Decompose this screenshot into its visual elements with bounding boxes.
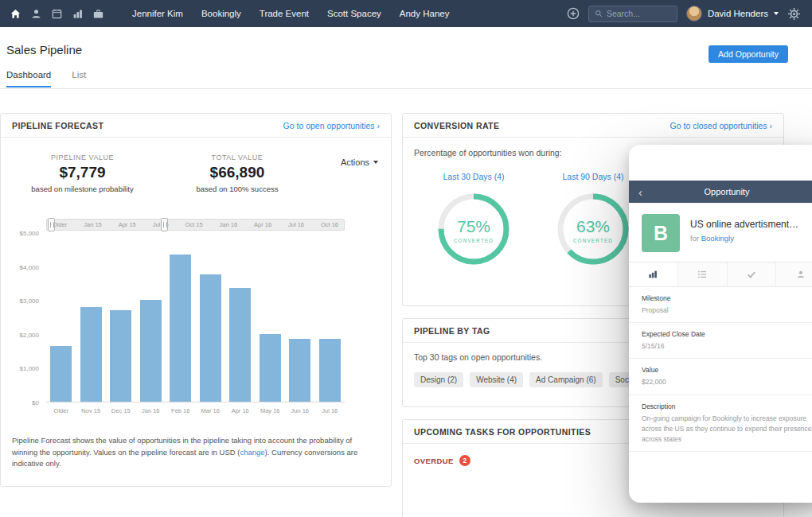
tab-dashboard[interactable]: Dashboard bbox=[6, 70, 51, 87]
check-icon bbox=[747, 270, 756, 279]
field-expected-close-date: Expected Close Date5/15/16 bbox=[629, 323, 812, 359]
navbar-item[interactable]: Bookingly bbox=[201, 9, 241, 18]
pipeline-forecast-card: PIPELINE FORECAST Go to open opportuniti… bbox=[0, 113, 392, 487]
total-value-block: TOTAL VALUE $66,890 based on 100% succes… bbox=[167, 154, 306, 193]
donut-percent: 75% bbox=[457, 217, 490, 235]
conversion-title: CONVERSION RATE bbox=[414, 121, 499, 130]
user-name: David Henders bbox=[708, 9, 768, 18]
x-axis-label: Nov 15 bbox=[76, 407, 107, 414]
chart-bar bbox=[289, 339, 310, 402]
x-axis-label: Jun 16 bbox=[285, 407, 315, 414]
navbar-item[interactable]: Trade Event bbox=[260, 9, 309, 18]
field-description: DescriptionOn-going campaign for Booking… bbox=[629, 395, 812, 453]
chart-x-axis: OlderNov 15Dec 15Jan 16Feb 16Mar 16Apr 1… bbox=[46, 407, 345, 414]
last-90-days-link[interactable]: Last 90 Days (4) bbox=[562, 172, 623, 181]
opportunity-profile: B US online advertisment… for Bookingly bbox=[629, 203, 812, 262]
slider-tick-label: Jan 15 bbox=[84, 221, 102, 228]
field-label: Value bbox=[642, 366, 812, 374]
chart-bar bbox=[200, 274, 221, 402]
tag-chip[interactable]: Design (2) bbox=[414, 372, 463, 387]
opportunity-fields: MilestoneProposalExpected Close Date5/15… bbox=[629, 287, 812, 452]
total-value-amount: $66,890 bbox=[167, 164, 306, 181]
y-axis-label: $1,000 bbox=[20, 365, 39, 372]
calendar-icon[interactable] bbox=[46, 0, 67, 27]
navbar-item[interactable]: Scott Spacey bbox=[327, 9, 381, 18]
field-value: On-going campaign for Bookingly to incre… bbox=[642, 414, 812, 445]
quick-add-icon[interactable] bbox=[567, 7, 580, 20]
person-icon bbox=[796, 270, 806, 279]
change-currency-link[interactable]: change bbox=[240, 448, 264, 457]
chart-y-axis: $0$1,000$2,000$3,000$4,000$5,000 bbox=[1, 233, 39, 402]
navbar-items: Jennifer KimBookinglyTrade EventScott Sp… bbox=[132, 9, 449, 18]
forecast-footnote: Pipeline Forecast shows the value of opp… bbox=[12, 435, 378, 470]
forecast-title: PIPELINE FORECAST bbox=[12, 121, 103, 130]
field-value: $22,000 bbox=[642, 377, 812, 387]
opportunity-avatar: B bbox=[642, 214, 680, 252]
panel-header: ‹ Opportunity bbox=[629, 181, 812, 203]
tab-details[interactable] bbox=[677, 262, 727, 286]
x-axis-label: Jan 16 bbox=[136, 407, 166, 414]
field-label: Milestone bbox=[642, 294, 812, 302]
x-axis-label: May 16 bbox=[256, 407, 286, 414]
field-value: 5/15/16 bbox=[642, 341, 812, 352]
opportunity-panel: ‹ Opportunity B US online advertisment… … bbox=[629, 145, 812, 503]
actions-dropdown[interactable]: Actions bbox=[341, 157, 378, 167]
conversion-card-header: CONVERSION RATE Go to closed opportuniti… bbox=[403, 114, 783, 138]
y-axis-label: $0 bbox=[32, 399, 39, 406]
slider-tick-label: Jan 16 bbox=[220, 221, 238, 228]
total-value-label: TOTAL VALUE bbox=[167, 154, 306, 161]
tag-card-title: PIPELINE BY TAG bbox=[414, 326, 490, 336]
donut-percent: 63% bbox=[576, 217, 610, 235]
slider-handle-right[interactable] bbox=[161, 218, 168, 231]
chart-plot bbox=[46, 233, 345, 402]
home-icon[interactable] bbox=[5, 0, 25, 27]
gear-icon[interactable] bbox=[787, 7, 801, 21]
company-link[interactable]: Bookingly bbox=[701, 234, 734, 243]
navbar-app-icons bbox=[0, 0, 108, 27]
user-menu[interactable]: David Henders bbox=[686, 6, 779, 21]
x-axis-label: Apr 16 bbox=[225, 407, 256, 414]
navbar-item[interactable]: Andy Haney bbox=[400, 9, 450, 18]
tag-chip[interactable]: Website (4) bbox=[470, 372, 523, 387]
cases-icon[interactable] bbox=[88, 0, 108, 27]
tag-chip[interactable]: Ad Campaign (6) bbox=[529, 372, 603, 387]
x-axis-label: Jul 16 bbox=[315, 407, 345, 414]
tab-stats[interactable] bbox=[629, 262, 677, 286]
contacts-icon[interactable] bbox=[25, 0, 46, 27]
tab-tasks[interactable] bbox=[727, 262, 776, 286]
page-tabs: Dashboard List bbox=[6, 70, 86, 87]
chart-bar bbox=[50, 346, 72, 402]
field-milestone: MilestoneProposal bbox=[629, 287, 812, 323]
search-icon bbox=[595, 10, 603, 17]
pipeline-icon[interactable] bbox=[67, 0, 88, 27]
chevron-down-icon bbox=[774, 12, 779, 15]
forecast-range-slider[interactable]: OlderJan 15Apr 15Jul 15Oct 15Jan 16Apr 1… bbox=[46, 219, 345, 231]
donut-chart-90-days: 63% CONVERTED bbox=[553, 189, 633, 269]
top-navbar: Jennifer KimBookinglyTrade EventScott Sp… bbox=[0, 0, 812, 27]
navbar-item[interactable]: Jennifer Kim bbox=[132, 9, 183, 18]
add-opportunity-button[interactable]: Add Opportunity bbox=[709, 45, 788, 63]
open-opportunities-link[interactable]: Go to open opportunities › bbox=[283, 121, 380, 130]
slider-handle-left[interactable] bbox=[48, 218, 55, 231]
for-label: for bbox=[690, 234, 701, 243]
chart-bar bbox=[229, 288, 251, 402]
closed-opportunities-link[interactable]: Go to closed opportunities › bbox=[670, 121, 772, 130]
back-chevron-icon[interactable]: ‹ bbox=[638, 186, 642, 198]
slider-tick-label: Oct 16 bbox=[321, 221, 338, 228]
chart-bar bbox=[110, 310, 131, 402]
tab-contacts[interactable] bbox=[775, 262, 812, 286]
tab-list[interactable]: List bbox=[72, 70, 86, 87]
page-title: Sales Pipeline bbox=[6, 43, 82, 56]
chart-bar bbox=[140, 300, 162, 402]
forecast-card-header: PIPELINE FORECAST Go to open opportuniti… bbox=[1, 114, 391, 138]
panel-title: Opportunity bbox=[705, 187, 750, 196]
navbar-right: David Henders bbox=[567, 6, 812, 22]
slider-tick-label: Oct 15 bbox=[185, 221, 203, 228]
last-30-days-link[interactable]: Last 30 Days (4) bbox=[443, 172, 504, 181]
search-input[interactable] bbox=[607, 9, 671, 18]
donut-chart-30-days: 75% CONVERTED bbox=[434, 189, 513, 269]
x-axis-label: Feb 16 bbox=[166, 407, 196, 414]
list-icon bbox=[697, 270, 707, 279]
total-value-note: based on 100% success bbox=[167, 185, 306, 193]
tabs-divider bbox=[0, 88, 812, 89]
